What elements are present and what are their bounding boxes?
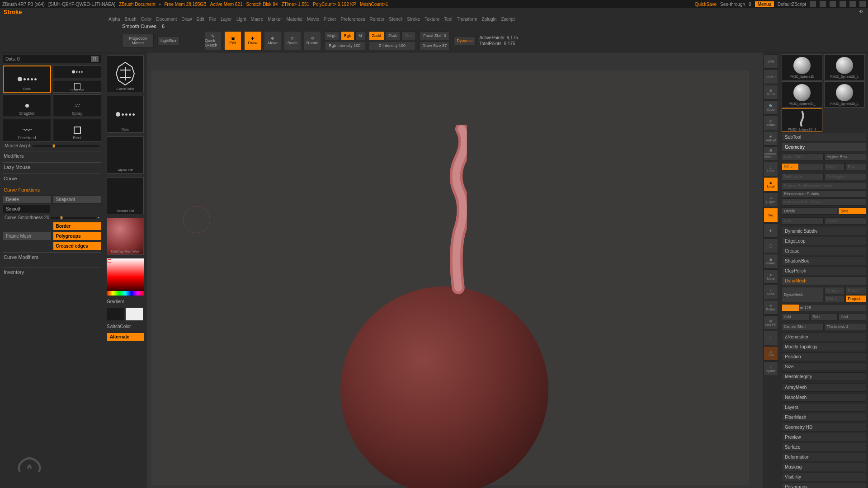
default-script[interactable]: DefaultZScript — [778, 2, 806, 7]
minimize-icon[interactable] — [840, 1, 846, 7]
menu-item[interactable]: Light — [236, 17, 246, 22]
transp-button[interactable]: ◐ — [764, 223, 778, 238]
quicksave-button[interactable]: QuickSave — [695, 2, 717, 7]
zsub-button[interactable]: Zsub — [385, 31, 401, 40]
lazy-mouse-section[interactable]: Lazy Mouse — [3, 162, 101, 172]
seethrough-value[interactable]: 0 — [749, 2, 751, 7]
menu-item[interactable]: Stroke — [407, 17, 420, 22]
menu-item[interactable]: Transform — [457, 17, 477, 22]
del-higher-button[interactable]: Del Higher — [825, 173, 867, 180]
menu-item[interactable]: Document — [156, 17, 177, 22]
zadd-button[interactable]: Zadd — [369, 31, 385, 40]
frame-button[interactable]: ▣Frame — [764, 254, 778, 268]
menu-item[interactable]: Preferences — [341, 17, 365, 22]
menu-item[interactable]: Zplugin — [482, 17, 497, 22]
quick-sketch-button[interactable]: ✎Quick Sketch — [205, 32, 221, 50]
m-button[interactable]: M — [355, 31, 365, 40]
menu-item[interactable]: Zscript — [501, 17, 514, 22]
inventory-section[interactable]: Inventory — [3, 267, 101, 277]
smooth-button[interactable]: Smooth — [3, 205, 50, 213]
nav-rotate-button[interactable]: ⟲Rotate — [764, 300, 778, 314]
layers-section[interactable]: Layers — [782, 403, 866, 412]
menu-item[interactable]: Brush — [125, 17, 137, 22]
groups-button[interactable]: Groups — [824, 287, 845, 294]
size-section[interactable]: Size — [782, 362, 866, 371]
del-lower-button[interactable]: Del Lower — [782, 173, 824, 180]
draw-button[interactable]: ✚Draw — [245, 32, 261, 50]
curve-functions-section[interactable]: Curve Functions — [3, 185, 101, 194]
snapshot-button[interactable]: Snapshot — [53, 195, 102, 204]
shadowbox-section[interactable]: ShadowBox — [782, 257, 866, 265]
mouse-avg-slider[interactable]: Mouse Avg 4 — [3, 142, 101, 149]
higher-res-button[interactable]: Higher Res — [825, 153, 867, 160]
r-button[interactable]: R — [91, 56, 99, 62]
menu-item[interactable]: Movie — [307, 17, 319, 22]
persp-button[interactable]: ▦Dynamic Persp — [764, 146, 778, 161]
floor-button[interactable]: ⊥Floor — [764, 162, 778, 176]
menu-item[interactable]: Alpha — [108, 17, 120, 22]
thickness-slider[interactable]: Thickness 4 — [825, 323, 867, 330]
edgeloop-section[interactable]: EdgeLoop — [782, 237, 866, 245]
sdiv-slider[interactable]: SDiv — [782, 163, 823, 170]
geometry-section[interactable]: Geometry — [782, 143, 866, 151]
tool-thumb-1[interactable]: PM3D_Sphere3D — [782, 54, 822, 80]
polygroups-section[interactable]: Polygroups — [782, 483, 866, 488]
rediv-button[interactable]: ReDiv — [825, 217, 867, 225]
scale-button[interactable]: ◫Scale — [284, 32, 301, 50]
window-icon-1[interactable] — [810, 1, 816, 7]
dynamic-subdiv-section[interactable]: Dynamic Subdiv — [782, 227, 866, 235]
stroke-dots[interactable]: Dots — [3, 66, 51, 93]
delete-button[interactable]: Delete — [3, 195, 52, 204]
menu-item[interactable]: Tool — [444, 17, 452, 22]
reconstruct-button[interactable]: Reconstruct Subdiv — [782, 190, 866, 197]
menu-item[interactable]: Texture — [425, 17, 439, 22]
preview-section[interactable]: Preview — [782, 433, 866, 441]
projection-master-button[interactable]: Projection Master — [122, 34, 154, 47]
smt-button[interactable]: Smt — [838, 207, 866, 215]
menu-item[interactable]: Color — [141, 17, 152, 22]
xpose-button[interactable]: ⊹Xpose — [764, 361, 778, 376]
visibility-section[interactable]: Visibility — [782, 473, 866, 481]
resolution-slider[interactable]: Resolution 128 — [782, 304, 866, 311]
tool-thumb-active[interactable]: PM3D_Sphere3D_2 — [782, 108, 822, 131]
stroke-rect[interactable]: Rect — [53, 119, 101, 141]
close-icon[interactable] — [859, 1, 866, 7]
frame-mesh-button[interactable]: Frame Mesh — [3, 232, 52, 240]
dynamesh-button[interactable]: DynaMesh — [782, 287, 823, 302]
menu-item[interactable]: Layer — [221, 17, 232, 22]
geometry-hd-section[interactable]: Geometry HD — [782, 423, 866, 432]
zcut-button[interactable]: Zcut — [401, 31, 416, 40]
ghost-button[interactable]: ◯ — [764, 239, 778, 253]
modifiers-section[interactable]: Modifiers — [3, 151, 101, 160]
stroke-dragdot[interactable]: DragDot — [3, 94, 51, 117]
bpr-button[interactable]: BPR — [764, 54, 778, 69]
blur-slider[interactable]: Blur 2 — [824, 295, 845, 302]
menu-item[interactable]: Material — [287, 17, 303, 22]
aahalf-button[interactable]: ◩AAHalf — [764, 131, 778, 145]
add-button[interactable]: Add — [782, 313, 809, 320]
tool-thumb-3[interactable]: PM3D_Sphere3D_ — [782, 81, 822, 108]
deformation-section[interactable]: Deformation — [782, 453, 866, 461]
stroke-dots-2[interactable] — [53, 66, 101, 78]
local-button[interactable]: ◉Local — [764, 177, 778, 192]
create-shell-button[interactable]: Create Shell — [782, 323, 824, 330]
rstr-button[interactable]: Rstr — [845, 163, 866, 170]
edit-button[interactable]: ▣Edit — [225, 32, 241, 50]
dynamesh-header[interactable]: DynaMesh — [782, 277, 866, 285]
modify-topology-section[interactable]: Modify Topology — [782, 343, 866, 351]
stroke-thumbnail[interactable]: Dots — [107, 96, 144, 133]
nav-move-button[interactable]: ✥Move — [764, 269, 778, 284]
stroke-freehand[interactable]: 〰 FreeHand — [3, 119, 51, 141]
tool-thumb-2[interactable]: PM3D_Sphere3D_1 — [824, 54, 865, 80]
menu-item[interactable]: Render — [370, 17, 385, 22]
project-button[interactable]: Project — [845, 295, 866, 302]
linefill-button[interactable]: ▤Line Fill — [764, 315, 778, 330]
draw-size-slider[interactable]: Draw Size 87 — [420, 41, 450, 50]
primary-color[interactable] — [126, 308, 143, 320]
divide-button[interactable]: Divide — [782, 207, 837, 215]
spix-button[interactable]: SPix 3 — [764, 70, 778, 84]
zoom-button[interactable]: 🔍Zoom — [764, 100, 778, 115]
tool-thumb-4[interactable]: PM3D_Sphere3D_1 — [824, 81, 865, 108]
mrgb-button[interactable]: Mrgb — [324, 31, 340, 40]
arraymesh-section[interactable]: ArrayMesh — [782, 383, 866, 392]
